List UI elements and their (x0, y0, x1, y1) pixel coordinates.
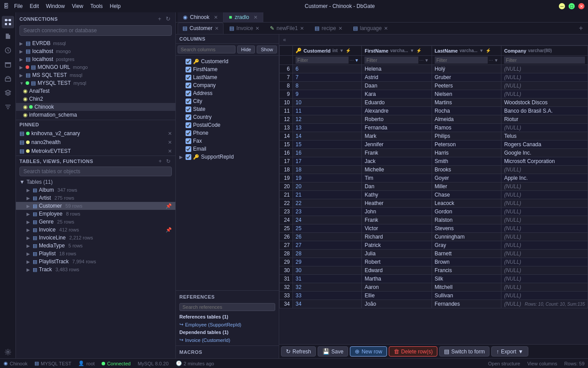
refresh-tables-button[interactable]: ↻ (165, 158, 172, 165)
filter-active-button[interactable]: ▼ (355, 58, 359, 63)
lastname-cell[interactable]: Miller (432, 182, 501, 191)
table-row[interactable]: 18 18 Michelle Brooks (NULL) (280, 166, 588, 174)
table-row[interactable]: 13 13 Fernanda Ramos (NULL) (280, 124, 588, 132)
firstname-cell[interactable]: Helena (362, 65, 432, 73)
company-cell[interactable]: Woodstock Discos (501, 99, 588, 107)
firstname-cell[interactable]: Edward (362, 266, 432, 275)
tree-item-chinook[interactable]: ◉ Chinook (16, 103, 175, 111)
lastname-cell[interactable]: Gray (432, 241, 501, 250)
table-row[interactable]: 31 31 Martha Silk (NULL) (280, 275, 588, 283)
table-row[interactable]: 25 25 Victor Stevens (NULL) (280, 224, 588, 233)
company-cell[interactable]: Apple Inc. (501, 174, 588, 182)
lastname-cell[interactable]: Almeida (432, 115, 501, 124)
lastname-cell[interactable]: Peeters (432, 82, 501, 90)
menu-window[interactable]: Window (46, 3, 65, 9)
id-cell[interactable]: 28 (293, 250, 362, 258)
id-cell[interactable]: 32 (293, 283, 362, 292)
status-open-structure[interactable]: Open structure (488, 361, 520, 366)
tree-item-analtest[interactable]: ◉ AnalTest (16, 87, 175, 95)
firstname-cell[interactable]: Frank (362, 149, 432, 157)
minimize-button[interactable]: ─ (559, 3, 565, 9)
id-cell[interactable]: 34 (293, 300, 362, 308)
sort-button[interactable]: ▼ (410, 48, 414, 53)
table-row[interactable]: 22 22 Heather Leacock (NULL) (280, 199, 588, 208)
lastname-cell[interactable]: Fernandes (432, 300, 501, 308)
lastname-cell[interactable]: Peterson (432, 140, 501, 149)
lastname-cell[interactable]: Chase (432, 191, 501, 199)
id-cell[interactable]: 30 (293, 266, 362, 275)
table-row[interactable]: 21 21 Kathy Chase (NULL) (280, 191, 588, 199)
lastname-cell[interactable]: Francis (432, 266, 501, 275)
column-checkbox[interactable] (186, 99, 191, 104)
unpin-button[interactable]: ✕ (168, 140, 172, 145)
filter-menu-button[interactable]: ⋯ (349, 58, 354, 63)
id-cell[interactable]: 33 (293, 292, 362, 300)
table-row[interactable]: 32 32 Aaron Mitchell (NULL) (280, 283, 588, 292)
table-row[interactable]: 27 27 Patrick Gray (NULL) (280, 241, 588, 250)
company-cell[interactable]: Telus (501, 132, 588, 140)
tree-item-mysql-test[interactable]: ▼ ▤ MYSQL TEST mysql (16, 79, 175, 87)
pinned-item-nano2health[interactable]: ▤ nano2health ✕ (16, 138, 175, 147)
table-row[interactable]: 8 8 Daan Peeters (NULL) (280, 82, 588, 90)
table-row[interactable]: 7 7 Astrid Gruber (NULL) (280, 73, 588, 82)
sidebar-connections-icon[interactable] (2, 16, 14, 28)
lastname-cell[interactable]: Smith (432, 157, 501, 166)
company-cell[interactable]: Google Inc. (501, 149, 588, 157)
column-checkbox[interactable] (186, 154, 191, 160)
column-search-input[interactable] (178, 46, 235, 53)
firstname-cell[interactable]: John (362, 208, 432, 216)
company-cell[interactable]: (NULL) (501, 208, 588, 216)
menu-help[interactable]: Help (110, 3, 121, 9)
table-row[interactable]: 16 16 Frank Harris Google Inc. (280, 149, 588, 157)
tree-item-chin2[interactable]: ◉ Chin2 (16, 95, 175, 103)
table-row-album[interactable]: ▶ ▤ Album 347 rows (16, 186, 175, 194)
column-checkbox[interactable] (186, 106, 191, 112)
company-cell[interactable]: (NULL)Rows: 10, Count: 10, Sum:135 (501, 300, 588, 308)
table-row[interactable]: 24 24 Frank Ralston (NULL) (280, 216, 588, 224)
company-cell[interactable]: (NULL) (501, 182, 588, 191)
table-row[interactable]: 15 15 Jennifer Peterson Rogers Canada (280, 140, 588, 149)
table-row[interactable]: 19 19 Tim Goyer Apple Inc. (280, 174, 588, 182)
add-table-button[interactable]: + (157, 158, 163, 165)
company-cell[interactable]: Riotur (501, 115, 588, 124)
lastname-cell[interactable]: Ramos (432, 124, 501, 132)
id-cell[interactable]: 19 (293, 174, 362, 182)
firstname-cell[interactable]: Aaron (362, 283, 432, 292)
firstname-cell[interactable]: Julia (362, 250, 432, 258)
filter-customerid-input[interactable] (296, 57, 349, 64)
id-cell[interactable]: 9 (293, 90, 362, 99)
id-cell[interactable]: 29 (293, 258, 362, 266)
company-cell[interactable]: Rogers Canada (501, 140, 588, 149)
table-row[interactable]: 29 29 Robert Brown (NULL) (280, 258, 588, 266)
filter-company-input[interactable] (504, 57, 585, 64)
lastname-cell[interactable]: Stevens (432, 224, 501, 233)
company-cell[interactable]: (NULL) (501, 250, 588, 258)
lastname-cell[interactable]: Martins (432, 99, 501, 107)
table-row[interactable]: 11 11 Alexandre Rocha Banco do Brasil S.… (280, 107, 588, 115)
tab-close-icon[interactable]: ✕ (384, 26, 388, 31)
company-cell[interactable]: Banco do Brasil S.A. (501, 107, 588, 115)
tab-close-icon[interactable]: ✕ (215, 26, 219, 31)
references-search-input[interactable] (179, 303, 275, 311)
menu-edit[interactable]: Edit (30, 3, 39, 9)
firstname-cell[interactable]: Alexandre (362, 107, 432, 115)
table-row-track[interactable]: ▶ ▤ Track 3,483 rows (16, 266, 175, 273)
dep-item-invoice[interactable]: ↪ Invoice (CustomerId) (179, 336, 275, 344)
filter-firstname-input[interactable] (364, 57, 418, 64)
table-row-invoiceline[interactable]: ▶ ▤ InvoiceLine 2,212 rows (16, 234, 175, 242)
column-checkbox[interactable] (186, 67, 191, 72)
sidebar-packages-icon[interactable] (2, 72, 14, 85)
pinned-item-knihovna[interactable]: ▤ knihovna_v2_canary ✕ (16, 129, 175, 138)
column-checkbox[interactable] (186, 130, 191, 136)
table-row-customer[interactable]: ▶ ▤ Customer 59 rows 📌 (16, 202, 175, 210)
lastname-cell[interactable]: Rocha (432, 107, 501, 115)
company-cell[interactable]: (NULL) (501, 266, 588, 275)
lastname-cell[interactable]: Silk (432, 275, 501, 283)
lastname-cell[interactable]: Cunningham (432, 233, 501, 241)
sort-button[interactable]: ▼ (339, 48, 344, 53)
add-connection-button[interactable]: + (156, 15, 163, 23)
tab-close-icon[interactable]: ✕ (214, 15, 218, 20)
firstname-cell[interactable]: Jack (362, 157, 432, 166)
firstname-cell[interactable]: Kara (362, 90, 432, 99)
firstname-cell[interactable]: Fernanda (362, 124, 432, 132)
